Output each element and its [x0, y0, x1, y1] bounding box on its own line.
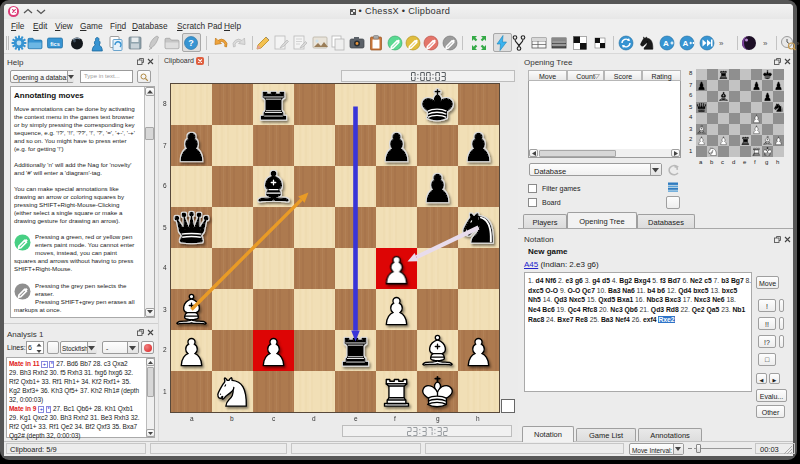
svg-text:fics: fics — [50, 41, 59, 47]
svg-text:A: A — [663, 39, 669, 48]
svg-text:?: ? — [188, 38, 194, 48]
svg-text:A: A — [683, 39, 689, 48]
